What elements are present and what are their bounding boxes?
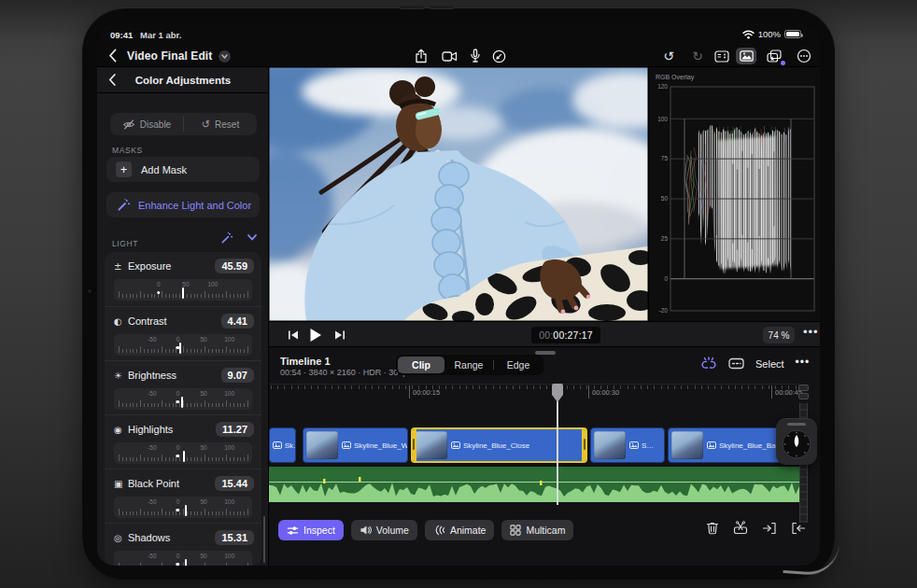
magic-wand-icon <box>117 198 131 212</box>
project-title[interactable]: Video Final Edit <box>127 49 212 63</box>
viewer-more-icon[interactable]: ••• <box>803 325 819 339</box>
sidebar-scrollbar[interactable] <box>263 516 266 563</box>
timeline-more-icon[interactable]: ••• <box>796 356 811 369</box>
timecode-display[interactable]: 00:00:27:17 <box>531 327 600 343</box>
slider-zero-dot <box>157 291 161 295</box>
scope-title: RGB Overlay <box>656 74 695 81</box>
reset-icon: ↺ <box>202 119 210 130</box>
share-icon[interactable] <box>411 48 431 64</box>
slider-scale-label: 0 <box>176 336 180 343</box>
slider-ruler-control[interactable]: 050100 <box>114 279 252 301</box>
light-section-label: LIGHT <box>112 239 138 248</box>
slider-value[interactable]: 9.07 <box>221 368 254 383</box>
animate-button[interactable]: Animate <box>425 520 495 540</box>
slider-scale-label: -50 <box>148 553 156 559</box>
reset-button[interactable]: ↺ Reset <box>184 113 257 135</box>
media-browser-icon[interactable] <box>736 48 756 64</box>
auto-enhance-icon[interactable] <box>220 231 233 245</box>
slider-scale-label: 100 <box>224 553 234 559</box>
ruler-time-label: 00:00:15 <box>413 388 440 397</box>
insert-left-icon[interactable] <box>762 522 777 535</box>
multicam-button[interactable]: Multicam <box>501 520 573 540</box>
annotate-icon[interactable] <box>488 48 509 64</box>
mode-edge[interactable]: Edge <box>495 357 542 373</box>
timeline-clip[interactable]: Sk… <box>269 427 296 463</box>
slider-name: Contrast <box>128 315 221 327</box>
undo-icon[interactable]: ↺ <box>658 48 679 64</box>
inspect-icon <box>287 525 299 537</box>
project-menu-chevron-icon[interactable] <box>219 50 231 63</box>
audio-track[interactable] <box>269 467 803 502</box>
slider-thumb[interactable] <box>181 397 183 408</box>
play-button[interactable] <box>306 328 325 343</box>
redo-icon[interactable]: ↻ <box>687 48 708 64</box>
slider-thumb[interactable] <box>183 451 185 462</box>
slider-zero-dot <box>176 563 180 567</box>
slider-3-icon: ◉ <box>114 425 128 435</box>
delete-icon[interactable] <box>706 521 719 535</box>
slider-thumb[interactable] <box>179 343 181 354</box>
timeline-clip[interactable]: S… <box>590 427 665 463</box>
timeline-track: Sk…Skyline_Blue_WideSkyline_Blue_CloseS…… <box>269 427 801 463</box>
jog-wheel[interactable] <box>776 418 817 465</box>
slider-exposure: ±Exposure45.59050100 <box>105 252 261 306</box>
clip-name: Skyline_Blue_Wide <box>354 441 407 450</box>
slider-scale-label: -50 <box>148 498 156 505</box>
microphone-icon[interactable] <box>465 48 486 64</box>
slider-thumb[interactable] <box>182 287 184 299</box>
timeline-ruler[interactable]: 00:00:1500:00:3000:00:45 <box>269 384 799 400</box>
skip-back-button[interactable] <box>284 328 303 343</box>
clip-thumbnail <box>306 431 338 459</box>
slider-ruler-control[interactable]: -50050100 <box>114 334 252 356</box>
slider-thumb[interactable] <box>185 559 187 566</box>
video-viewer <box>269 67 648 321</box>
app-toolbar: Video Final Edit ↺ ↻ <box>97 45 820 67</box>
select-button[interactable]: Select <box>755 358 784 370</box>
clip-media-icon <box>629 441 639 449</box>
record-video-icon[interactable] <box>439 48 459 64</box>
slider-thumb[interactable] <box>185 505 187 516</box>
collapse-chevron-icon[interactable] <box>247 231 258 243</box>
clip-trim-handle-right[interactable] <box>582 427 587 463</box>
animate-icon <box>433 525 445 536</box>
skimming-icon[interactable] <box>728 357 744 370</box>
slider-scale-label: 50 <box>200 444 206 451</box>
slider-scale-label: 100 <box>207 281 218 287</box>
viewer-zoom-button[interactable]: 74 % <box>763 327 795 343</box>
wifi-icon <box>742 30 755 39</box>
volume-down-button <box>430 6 454 8</box>
more-icon[interactable] <box>794 48 814 64</box>
volume-button[interactable]: Volume <box>351 520 417 540</box>
effects-browser-icon[interactable] <box>764 48 784 64</box>
clip-media-icon <box>707 441 716 449</box>
slider-value[interactable]: 15.44 <box>215 476 254 491</box>
back-icon[interactable] <box>108 49 117 63</box>
slider-value[interactable]: 4.41 <box>221 314 254 329</box>
slider-scale-label: 0 <box>176 498 180 505</box>
clip-name: Skyline_Blue_Close <box>463 441 529 450</box>
slider-scale-label: 100 <box>224 498 234 505</box>
inspector-icon[interactable] <box>712 48 732 64</box>
slider-ruler-control[interactable]: -50050100 <box>114 497 252 518</box>
slider-label-row: ±Exposure45.59 <box>114 257 254 275</box>
timeline-clip[interactable]: Skyline_Blue_Wide <box>303 427 408 463</box>
mode-range[interactable]: Range <box>445 357 492 373</box>
mode-clip[interactable]: Clip <box>398 357 444 373</box>
slider-ruler-control[interactable]: -50050100 <box>114 551 252 566</box>
inspect-button[interactable]: Inspect <box>278 520 344 540</box>
add-mask-button[interactable]: + Add Mask <box>106 157 260 182</box>
slider-4-icon: ▣ <box>114 479 128 489</box>
clip-connections-icon[interactable] <box>700 357 717 371</box>
slider-name: Brightness <box>128 370 221 381</box>
slider-value[interactable]: 45.59 <box>215 259 254 273</box>
slider-ruler-control[interactable]: -50050100 <box>114 388 252 410</box>
slider-ruler-control[interactable]: -50050100 <box>114 442 252 464</box>
timeline-clip[interactable]: Skyline_Blue_Close <box>411 427 587 463</box>
clip-trim-handle-left[interactable] <box>411 427 416 463</box>
slider-value[interactable]: 11.27 <box>216 422 254 437</box>
skip-forward-button[interactable] <box>331 328 349 343</box>
enhance-light-color-button[interactable]: Enhance Light and Color <box>106 192 260 217</box>
slider-value[interactable]: 15.31 <box>215 530 254 545</box>
disable-button[interactable]: Disable <box>110 113 183 135</box>
split-clip-icon[interactable] <box>733 521 748 535</box>
